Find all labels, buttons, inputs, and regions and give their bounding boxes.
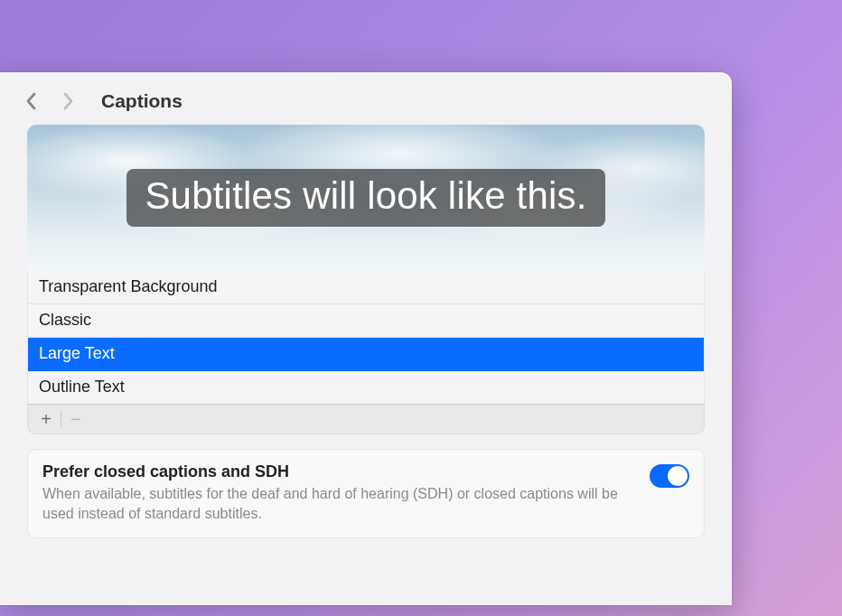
page-title: Captions [101, 90, 182, 112]
style-row-large-text[interactable]: Large Text [28, 338, 704, 371]
back-button[interactable] [25, 92, 37, 110]
closed-captions-card: Prefer closed captions and SDH When avai… [27, 449, 705, 538]
plus-icon: + [41, 409, 51, 430]
style-label: Transparent Background [39, 277, 217, 295]
closed-captions-description: When available, subtitles for the deaf a… [42, 484, 635, 523]
controls-divider [61, 411, 61, 427]
style-row-transparent-background[interactable]: Transparent Background [28, 271, 704, 304]
remove-style-button[interactable]: − [63, 406, 89, 432]
closed-captions-text: Prefer closed captions and SDH When avai… [42, 462, 635, 523]
header: Captions [0, 72, 732, 125]
chevron-left-icon [25, 92, 37, 110]
settings-window: Captions Subtitles will look like this. … [0, 72, 732, 605]
style-row-classic[interactable]: Classic [28, 304, 704, 338]
style-label: Classic [39, 311, 91, 329]
style-label: Large Text [39, 344, 115, 362]
style-row-outline-text[interactable]: Outline Text [28, 371, 704, 404]
style-list-controls: + − [27, 404, 705, 434]
add-style-button[interactable]: + [33, 406, 59, 432]
style-label: Outline Text [39, 378, 125, 396]
closed-captions-toggle[interactable] [650, 464, 689, 488]
caption-preview: Subtitles will look like this. [27, 125, 705, 271]
content: Subtitles will look like this. Transpare… [0, 125, 732, 538]
closed-captions-title: Prefer closed captions and SDH [42, 462, 635, 481]
caption-style-list[interactable]: Transparent Background Classic Large Tex… [27, 271, 705, 404]
subtitle-example: Subtitles will look like this. [126, 169, 604, 227]
chevron-right-icon [62, 92, 74, 110]
minus-icon: − [70, 409, 81, 430]
forward-button[interactable] [62, 92, 74, 110]
nav-arrows [25, 92, 74, 110]
